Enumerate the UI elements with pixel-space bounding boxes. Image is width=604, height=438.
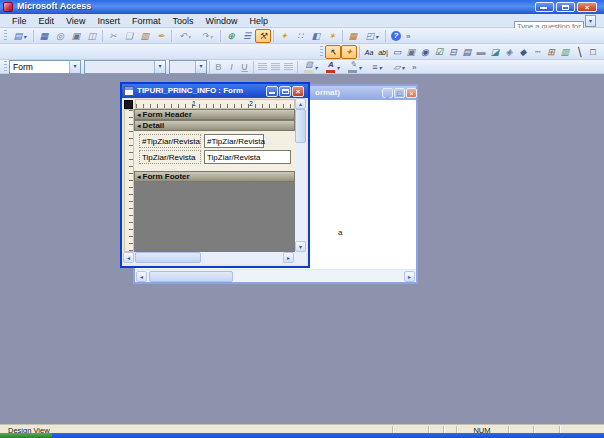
redo-button[interactable]: ↷▾	[196, 29, 218, 43]
help-button[interactable]: ?	[388, 29, 404, 43]
form-maximize-button[interactable]	[279, 86, 291, 97]
form-close-button[interactable]: ×	[292, 86, 304, 97]
line-width-button[interactable]: ≡▾	[366, 60, 388, 74]
field-list-button[interactable]: ☰	[239, 29, 255, 43]
background-window-hscrollbar[interactable]: ◂ ▸	[135, 269, 416, 282]
bg-minimize-button[interactable]: _	[382, 88, 393, 98]
scrollbar-thumb[interactable]	[135, 252, 201, 263]
scroll-right-icon[interactable]: ▸	[404, 271, 415, 282]
label-tool-button[interactable]: Aa	[362, 45, 376, 59]
image-tool-button[interactable]: ◪	[488, 45, 502, 59]
underline-button[interactable]: U	[238, 60, 251, 74]
scroll-down-button[interactable]: ▾	[295, 241, 306, 252]
properties-button[interactable]: ◧	[308, 29, 324, 43]
scrollbar-thumb[interactable]	[295, 109, 306, 143]
start-button[interactable]	[0, 433, 52, 438]
print-preview-button[interactable]: ◫	[84, 29, 100, 43]
row2-label-control[interactable]: TipZiar/Revista	[139, 150, 201, 164]
row2-textbox-control[interactable]: TipZiar/Revista	[204, 150, 291, 164]
menu-insert[interactable]: Insert	[91, 15, 126, 27]
more-controls-button[interactable]: ✚	[600, 45, 604, 59]
menu-file[interactable]: File	[6, 15, 33, 27]
bold-button[interactable]: B	[212, 60, 225, 74]
page-break-tool-button[interactable]: ┄	[530, 45, 544, 59]
form-selector-box[interactable]	[124, 100, 133, 109]
row1-label-control[interactable]: #TipZiar/Revista	[139, 134, 201, 148]
option-group-button[interactable]: ▭	[390, 45, 404, 59]
toolbox-button[interactable]: ⚒	[255, 29, 271, 43]
new-object-button[interactable]: ◰▾	[361, 29, 383, 43]
combo-box-tool-button[interactable]: ⊟	[446, 45, 460, 59]
object-selector-combo[interactable]: Form▾	[9, 60, 81, 74]
autoformat-button[interactable]: ✦	[276, 29, 292, 43]
build-button[interactable]: ✶	[324, 29, 340, 43]
menu-format[interactable]: Format	[126, 15, 167, 27]
option-button-tool[interactable]: ◉	[418, 45, 432, 59]
view-button[interactable]: ▤▾	[9, 29, 31, 43]
bg-close-button[interactable]: ×	[406, 88, 417, 98]
code-button[interactable]: ∷	[292, 29, 308, 43]
menu-help[interactable]: Help	[243, 15, 274, 27]
control-wizards-button[interactable]: ✦	[341, 45, 357, 59]
form-minimize-button[interactable]	[266, 86, 278, 97]
textbox-tool-button[interactable]: ab|	[376, 45, 390, 59]
scrollbar-thumb[interactable]	[149, 271, 233, 282]
help-search-dropdown-icon[interactable]: ▾	[585, 15, 596, 27]
save-button[interactable]: ▦	[36, 29, 52, 43]
file-search-button[interactable]: ◎	[52, 29, 68, 43]
line-tool-button[interactable]: ╲	[572, 45, 586, 59]
tab-control-tool-button[interactable]: ⊞	[544, 45, 558, 59]
menu-view[interactable]: View	[60, 15, 91, 27]
subform-tool-button[interactable]: ▥	[558, 45, 572, 59]
close-button[interactable]: ×	[577, 2, 597, 12]
menu-tools[interactable]: Tools	[166, 15, 199, 27]
line-color-button[interactable]: ✎▾	[344, 60, 366, 74]
toggle-button-tool[interactable]: ▣	[404, 45, 418, 59]
align-center-button[interactable]	[269, 60, 282, 74]
unbound-object-frame-button[interactable]: ◈	[502, 45, 516, 59]
print-button[interactable]: ▣	[68, 29, 84, 43]
form-window-titlebar[interactable]: TIPURI_PRINC_INFO : Form ×	[122, 84, 308, 98]
align-left-button[interactable]	[256, 60, 269, 74]
undo-button[interactable]: ↶▾	[174, 29, 196, 43]
align-right-button[interactable]	[282, 60, 295, 74]
restore-button[interactable]	[556, 2, 575, 12]
row1-textbox-control[interactable]: #TipZiar/Revista	[204, 134, 264, 148]
cut-button[interactable]: ✂	[105, 29, 121, 43]
toolbar-grip[interactable]	[4, 61, 7, 73]
form-vertical-scrollbar[interactable]	[295, 109, 306, 252]
command-button-tool[interactable]: ▬	[474, 45, 488, 59]
copy-button[interactable]: ❏	[121, 29, 137, 43]
toolbar-options-icon[interactable]: »	[404, 32, 412, 41]
form-footer-section-bar[interactable]: ◂ Form Footer	[134, 171, 295, 182]
minimize-button[interactable]	[535, 2, 554, 12]
toolbar-grip[interactable]	[4, 30, 7, 42]
toolbar-options-icon[interactable]: »	[410, 63, 418, 72]
menu-edit[interactable]: Edit	[33, 15, 61, 27]
list-box-tool-button[interactable]: ▤	[460, 45, 474, 59]
database-window-button[interactable]: ▦	[345, 29, 361, 43]
italic-button[interactable]: I	[225, 60, 238, 74]
menu-window[interactable]: Window	[199, 15, 243, 27]
font-color-button[interactable]: A▾	[322, 60, 344, 74]
scroll-left-icon[interactable]: ◂	[136, 271, 147, 282]
form-horizontal-scrollbar[interactable]: ◂ ▸	[123, 252, 306, 264]
checkbox-tool-button[interactable]: ☑	[432, 45, 446, 59]
detail-section-bar[interactable]: ◂ Detail	[134, 120, 295, 131]
fill-color-button[interactable]: ▨▾	[300, 60, 322, 74]
font-size-combo[interactable]: ▾	[169, 60, 207, 74]
format-painter-button[interactable]: ✒	[153, 29, 169, 43]
form-header-section-bar[interactable]: ◂ Form Header	[134, 109, 295, 120]
paste-button[interactable]: ▥	[137, 29, 153, 43]
special-effect-button[interactable]: ▱▾	[388, 60, 410, 74]
scroll-right-button[interactable]: ▸	[283, 252, 294, 263]
bg-maximize-button[interactable]: □	[394, 88, 405, 98]
scroll-left-button[interactable]: ◂	[123, 252, 134, 263]
rectangle-tool-button[interactable]: □	[586, 45, 600, 59]
font-name-combo[interactable]: ▾	[84, 60, 166, 74]
bound-object-frame-button[interactable]: ◆	[516, 45, 530, 59]
toolbar-grip[interactable]	[320, 46, 323, 58]
insert-hyperlink-button[interactable]: ⊕	[223, 29, 239, 43]
select-objects-button[interactable]: ↖	[325, 45, 341, 59]
scroll-up-button[interactable]: ▴	[295, 98, 306, 109]
